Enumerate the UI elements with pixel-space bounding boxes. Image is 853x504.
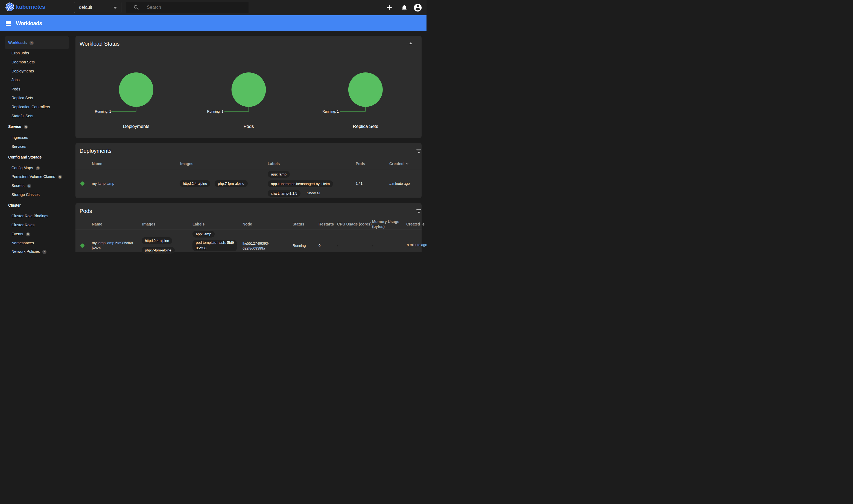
svg-text:Deployments: Deployments — [123, 124, 149, 129]
svg-text:Replica Sets: Replica Sets — [353, 124, 378, 129]
svg-text:Pods: Pods — [244, 124, 254, 129]
svg-text:Running: 1: Running: 1 — [323, 110, 339, 113]
svg-text:Running: 1: Running: 1 — [207, 110, 224, 113]
svg-text:Running: 1: Running: 1 — [95, 110, 111, 113]
